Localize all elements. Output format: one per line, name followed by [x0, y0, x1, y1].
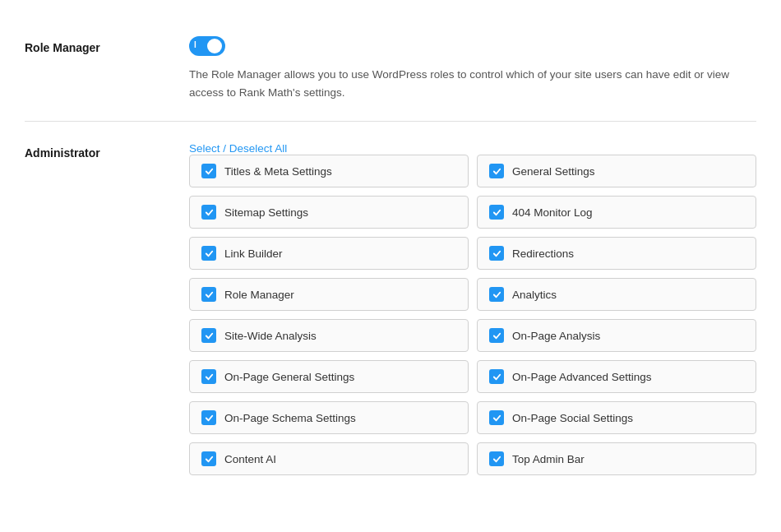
administrator-content: Select / Deselect All Titles & Meta Sett…	[189, 141, 756, 475]
checkbox-label-404-monitor: 404 Monitor Log	[512, 206, 593, 219]
checkbox-box-sitemap	[201, 205, 216, 220]
checkbox-item-content-ai[interactable]: Content AI	[189, 442, 469, 475]
checkbox-box-on-page-analysis	[489, 328, 504, 343]
checkbox-item-404-monitor[interactable]: 404 Monitor Log	[477, 196, 756, 229]
checkbox-item-on-page-analysis[interactable]: On-Page Analysis	[477, 319, 756, 352]
checkbox-box-role-manager	[201, 287, 216, 302]
checkbox-label-general-settings: General Settings	[512, 165, 595, 178]
checkbox-item-analytics[interactable]: Analytics	[477, 278, 756, 311]
toggle-row: I	[189, 36, 756, 56]
toggle-thumb	[207, 39, 222, 53]
checkbox-item-top-admin-bar[interactable]: Top Admin Bar	[477, 442, 756, 475]
checkbox-box-on-page-schema	[201, 410, 216, 425]
checkbox-box-titles-meta	[201, 164, 216, 178]
checkbox-label-on-page-schema: On-Page Schema Settings	[224, 412, 356, 424]
checkbox-item-site-wide-analysis[interactable]: Site-Wide Analysis	[189, 319, 469, 352]
checkbox-box-top-admin-bar	[489, 451, 504, 466]
checkbox-box-redirections	[489, 246, 504, 261]
checkbox-label-sitemap: Sitemap Settings	[224, 206, 308, 219]
checkbox-box-link-builder	[201, 246, 216, 261]
checkbox-label-on-page-social: On-Page Social Settings	[512, 412, 633, 424]
checkbox-box-content-ai	[201, 451, 216, 466]
checkbox-item-redirections[interactable]: Redirections	[477, 237, 756, 270]
role-manager-description: The Role Manager allows you to use WordP…	[189, 66, 748, 101]
checkbox-item-titles-meta[interactable]: Titles & Meta Settings	[189, 155, 469, 187]
checkbox-item-general-settings[interactable]: General Settings	[477, 155, 756, 187]
checkbox-box-on-page-advanced	[489, 369, 504, 384]
checkbox-label-link-builder: Link Builder	[224, 247, 283, 260]
checkbox-box-on-page-social	[489, 410, 504, 425]
checkbox-item-sitemap[interactable]: Sitemap Settings	[189, 196, 469, 229]
checkbox-label-titles-meta: Titles & Meta Settings	[224, 165, 332, 178]
checkbox-label-redirections: Redirections	[512, 247, 574, 260]
administrator-section: Administrator Select / Deselect All Titl…	[25, 122, 756, 495]
checkbox-box-on-page-general	[201, 369, 216, 384]
role-manager-content: I The Role Manager allows you to use Wor…	[189, 36, 756, 101]
checkbox-label-analytics: Analytics	[512, 289, 557, 301]
checkbox-item-on-page-social[interactable]: On-Page Social Settings	[477, 401, 756, 434]
checkbox-item-on-page-schema[interactable]: On-Page Schema Settings	[189, 401, 469, 434]
checkbox-label-on-page-advanced: On-Page Advanced Settings	[512, 371, 652, 383]
checkbox-label-site-wide-analysis: Site-Wide Analysis	[224, 330, 317, 342]
checkbox-item-on-page-advanced[interactable]: On-Page Advanced Settings	[477, 360, 756, 393]
checkbox-label-on-page-general: On-Page General Settings	[224, 371, 354, 383]
checkbox-box-analytics	[489, 287, 504, 302]
checkbox-label-role-manager: Role Manager	[224, 289, 294, 301]
checkbox-box-general-settings	[489, 164, 504, 178]
select-deselect-link[interactable]: Select / Deselect All	[189, 142, 287, 155]
role-manager-toggle[interactable]: I	[189, 36, 225, 56]
administrator-label: Administrator	[25, 141, 189, 160]
checkbox-box-site-wide-analysis	[201, 328, 216, 343]
checkbox-label-top-admin-bar: Top Admin Bar	[512, 453, 585, 465]
checkbox-box-404-monitor	[489, 205, 504, 220]
checkbox-grid: Titles & Meta Settings General Settings …	[189, 155, 756, 475]
toggle-icon: I	[194, 40, 196, 49]
checkbox-label-content-ai: Content AI	[224, 453, 276, 465]
checkbox-item-link-builder[interactable]: Link Builder	[189, 237, 469, 270]
checkbox-item-on-page-general[interactable]: On-Page General Settings	[189, 360, 469, 393]
checkbox-item-role-manager[interactable]: Role Manager	[189, 278, 469, 311]
checkbox-label-on-page-analysis: On-Page Analysis	[512, 330, 600, 342]
role-manager-label: Role Manager	[25, 36, 189, 54]
role-manager-section: Role Manager I The Role Manager allows y…	[25, 16, 756, 121]
